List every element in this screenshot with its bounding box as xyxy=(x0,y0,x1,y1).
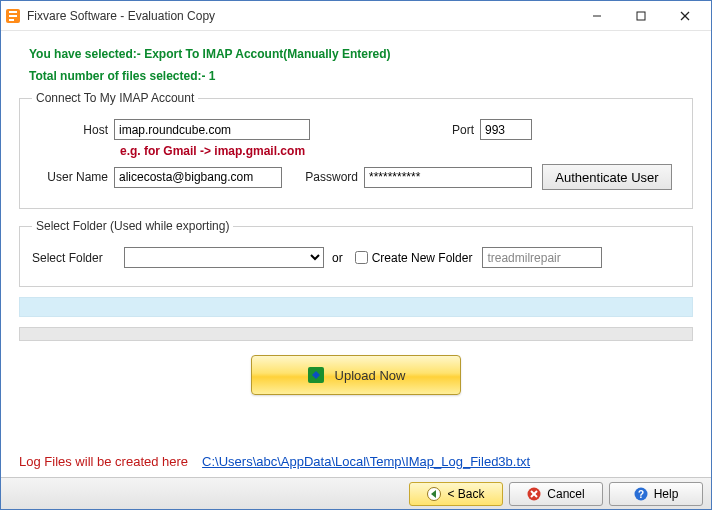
svg-text:?: ? xyxy=(638,488,644,499)
maximize-button[interactable] xyxy=(619,2,663,30)
username-label: User Name xyxy=(32,170,114,184)
titlebar: Fixvare Software - Evaluation Copy xyxy=(1,1,711,31)
progress-bar-secondary xyxy=(19,327,693,341)
close-button[interactable] xyxy=(663,2,707,30)
select-folder-group: Select Folder (Used while exporting) Sel… xyxy=(19,219,693,287)
log-file-line: Log Files will be created here C:\Users\… xyxy=(19,454,530,469)
password-input[interactable] xyxy=(364,167,532,188)
svg-rect-1 xyxy=(9,11,17,13)
new-folder-input[interactable] xyxy=(482,247,602,268)
window-title: Fixvare Software - Evaluation Copy xyxy=(27,9,575,23)
select-folder-legend: Select Folder (Used while exporting) xyxy=(32,219,233,233)
help-label: Help xyxy=(654,487,679,501)
file-count-info: Total number of files selected:- 1 xyxy=(29,69,693,83)
progress-area xyxy=(19,297,693,341)
create-folder-checkbox[interactable] xyxy=(355,251,368,264)
host-hint: e.g. for Gmail -> imap.gmail.com xyxy=(120,144,680,158)
svg-rect-2 xyxy=(9,15,17,17)
help-button[interactable]: ? Help xyxy=(609,482,703,506)
back-label: < Back xyxy=(447,487,484,501)
select-folder-combo[interactable] xyxy=(124,247,324,268)
upload-icon xyxy=(307,366,325,384)
port-label: Port xyxy=(430,123,480,137)
log-prefix: Log Files will be created here xyxy=(19,454,188,469)
log-path-link[interactable]: C:\Users\abc\AppData\Local\Temp\IMap_Log… xyxy=(202,454,530,469)
progress-bar-primary xyxy=(19,297,693,317)
svg-rect-3 xyxy=(9,19,14,21)
password-label: Password xyxy=(290,170,364,184)
app-icon xyxy=(5,8,21,24)
window-buttons xyxy=(575,2,707,30)
cancel-label: Cancel xyxy=(547,487,584,501)
back-icon xyxy=(427,487,441,501)
upload-now-button[interactable]: Upload Now xyxy=(251,355,461,395)
username-input[interactable] xyxy=(114,167,282,188)
create-folder-label: Create New Folder xyxy=(372,251,473,265)
selected-info: You have selected:- Export To IMAP Accou… xyxy=(29,47,693,61)
imap-account-group: Connect To My IMAP Account Host Port e.g… xyxy=(19,91,693,209)
cancel-icon xyxy=(527,487,541,501)
help-icon: ? xyxy=(634,487,648,501)
footer-bar: < Back Cancel ? Help xyxy=(1,477,711,509)
or-label: or xyxy=(332,251,343,265)
content-area: You have selected:- Export To IMAP Accou… xyxy=(1,31,711,395)
authenticate-button[interactable]: Authenticate User xyxy=(542,164,672,190)
app-window: Fixvare Software - Evaluation Copy You h… xyxy=(0,0,712,510)
host-input[interactable] xyxy=(114,119,310,140)
back-button[interactable]: < Back xyxy=(409,482,503,506)
imap-legend: Connect To My IMAP Account xyxy=(32,91,198,105)
svg-rect-5 xyxy=(637,12,645,20)
port-input[interactable] xyxy=(480,119,532,140)
cancel-button[interactable]: Cancel xyxy=(509,482,603,506)
host-label: Host xyxy=(32,123,114,137)
select-folder-label: Select Folder xyxy=(32,251,124,265)
minimize-button[interactable] xyxy=(575,2,619,30)
upload-label: Upload Now xyxy=(335,368,406,383)
